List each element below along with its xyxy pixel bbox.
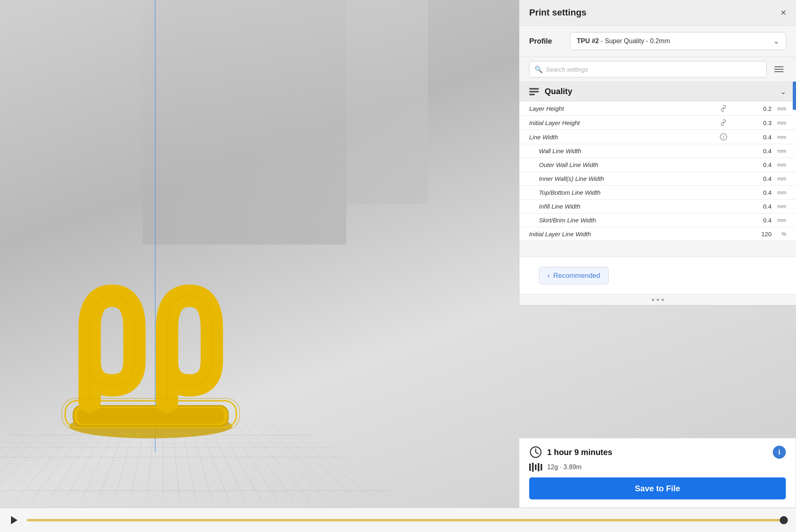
- print-settings-panel: Print settings × Profile TPU #2 - Super …: [519, 0, 796, 306]
- info-icon: i: [718, 133, 729, 141]
- setting-name: Outer Wall Line Width: [539, 161, 718, 168]
- quality-header-left: Quality: [529, 87, 572, 96]
- setting-name: Top/Bottom Line Width: [539, 189, 718, 196]
- setting-value-box: 0.4 mm: [729, 203, 786, 210]
- panel-header: Print settings ×: [519, 0, 796, 26]
- setting-value: 0.3: [751, 119, 772, 126]
- material-icon: [529, 463, 542, 472]
- setting-unit: mm: [774, 176, 786, 182]
- svg-rect-12: [529, 88, 539, 90]
- setting-unit: mm: [774, 217, 786, 223]
- setting-value: 120: [751, 231, 772, 237]
- time-text: 1 hour 9 minutes: [547, 448, 612, 457]
- setting-value-box: 0.2 mm: [729, 105, 786, 112]
- setting-row[interactable]: Initial Layer Line Width 120 %: [519, 227, 796, 241]
- profile-select-text: TPU #2 - Super Quality - 0.2mm: [577, 37, 670, 45]
- material-row: 12g · 3.89m: [529, 463, 786, 472]
- setting-name: Initial Layer Line Width: [529, 231, 718, 237]
- setting-unit: %: [774, 231, 786, 237]
- save-to-file-button[interactable]: Save to File: [529, 477, 786, 499]
- panel-title: Print settings: [529, 7, 587, 18]
- setting-row[interactable]: Infill Line Width 0.4 mm: [519, 200, 796, 213]
- setting-row[interactable]: Outer Wall Line Width 0.4 mm: [519, 158, 796, 172]
- play-button[interactable]: [8, 514, 20, 526]
- 3d-model: [49, 279, 253, 451]
- material-bar-1: [529, 464, 531, 471]
- setting-unit: mm: [774, 189, 786, 196]
- dot-2: [657, 299, 659, 301]
- quality-title: Quality: [545, 87, 572, 96]
- timeline-track[interactable]: [27, 519, 788, 521]
- setting-value-box: 120 %: [729, 231, 786, 237]
- material-bar-4: [538, 463, 539, 471]
- setting-unit: mm: [774, 120, 786, 126]
- setting-name: Wall Line Width: [539, 147, 718, 154]
- timeline-thumb[interactable]: [780, 516, 788, 524]
- setting-row[interactable]: Top/Bottom Line Width 0.4 mm: [519, 186, 796, 200]
- setting-value-box: 0.3 mm: [729, 119, 786, 126]
- profile-row: Profile TPU #2 - Super Quality - 0.2mm ⌄: [519, 26, 796, 57]
- setting-value: 0.2: [751, 105, 772, 112]
- link-icon: [718, 119, 729, 126]
- profile-label: Profile: [529, 37, 562, 46]
- svg-text:i: i: [723, 135, 724, 139]
- profile-detail: - Super Quality - 0.2mm: [599, 37, 670, 44]
- settings-list: Layer Height 0.2 mm Initial Layer Height: [519, 101, 796, 257]
- recommended-button[interactable]: ‹ Recommended: [539, 267, 609, 284]
- setting-value-box: 0.4 mm: [729, 189, 786, 196]
- chevron-down-icon: ⌄: [773, 37, 779, 46]
- quality-icon: [529, 88, 539, 95]
- quality-chevron-icon: ⌄: [780, 87, 786, 96]
- setting-name: Skirt/Brim Line Width: [539, 217, 718, 224]
- setting-row[interactable]: Line Width i 0.4 mm: [519, 130, 796, 144]
- time-row: 1 hour 9 minutes i: [529, 446, 786, 459]
- chevron-left-icon: ‹: [548, 271, 550, 280]
- menu-line-2: [774, 69, 783, 70]
- quality-section-header[interactable]: Quality ⌄: [519, 82, 796, 101]
- setting-value-box: 0.4 mm: [729, 161, 786, 168]
- setting-unit: mm: [774, 203, 786, 209]
- setting-value-box: 0.4 mm: [729, 217, 786, 224]
- setting-value-box: 0.4 mm: [729, 134, 786, 141]
- dot-3: [662, 299, 664, 301]
- timeline-bar: [0, 508, 796, 532]
- time-left: 1 hour 9 minutes: [529, 446, 612, 459]
- search-placeholder: Search settings: [546, 66, 588, 73]
- setting-row[interactable]: Layer Height 0.2 mm: [519, 101, 796, 116]
- info-circle-button[interactable]: i: [773, 446, 786, 459]
- profile-dropdown[interactable]: TPU #2 - Super Quality - 0.2mm ⌄: [570, 32, 786, 50]
- profile-id: TPU #2: [577, 37, 599, 44]
- menu-line-1: [774, 66, 783, 67]
- material-text: 12g · 3.89m: [547, 464, 582, 471]
- svg-rect-13: [529, 91, 539, 92]
- setting-name: Layer Height: [529, 105, 718, 112]
- link-icon: [718, 105, 729, 112]
- setting-name: Infill Line Width: [539, 203, 718, 210]
- scroll-indicator[interactable]: [793, 81, 796, 110]
- setting-name: Initial Layer Height: [529, 119, 718, 126]
- setting-row[interactable]: Initial Layer Height 0.3 mm: [519, 116, 796, 130]
- search-box[interactable]: 🔍 Search settings: [529, 61, 767, 77]
- close-button[interactable]: ×: [781, 8, 786, 18]
- setting-value: 0.4: [751, 189, 772, 196]
- material-bar-3: [535, 464, 537, 470]
- menu-lines-button[interactable]: [772, 62, 786, 77]
- setting-name: Inner Wall(s) Line Width: [539, 175, 718, 182]
- search-row: 🔍 Search settings: [519, 57, 796, 82]
- setting-value-box: 0.4 mm: [729, 147, 786, 154]
- setting-value: 0.4: [751, 161, 772, 168]
- setting-value: 0.4: [751, 134, 772, 141]
- setting-value: 0.4: [751, 203, 772, 210]
- menu-line-3: [774, 71, 783, 72]
- setting-row[interactable]: Wall Line Width 0.4 mm: [519, 144, 796, 158]
- setting-value: 0.4: [751, 175, 772, 182]
- play-icon: [11, 516, 18, 524]
- search-icon: 🔍: [534, 66, 543, 73]
- setting-value-box: 0.4 mm: [729, 175, 786, 182]
- setting-row[interactable]: Inner Wall(s) Line Width 0.4 mm: [519, 172, 796, 186]
- setting-row[interactable]: Skirt/Brim Line Width 0.4 mm: [519, 213, 796, 227]
- material-bar-5: [541, 464, 542, 470]
- recommended-label: Recommended: [553, 272, 600, 280]
- clock-icon: [529, 446, 542, 459]
- dot-1: [652, 299, 654, 301]
